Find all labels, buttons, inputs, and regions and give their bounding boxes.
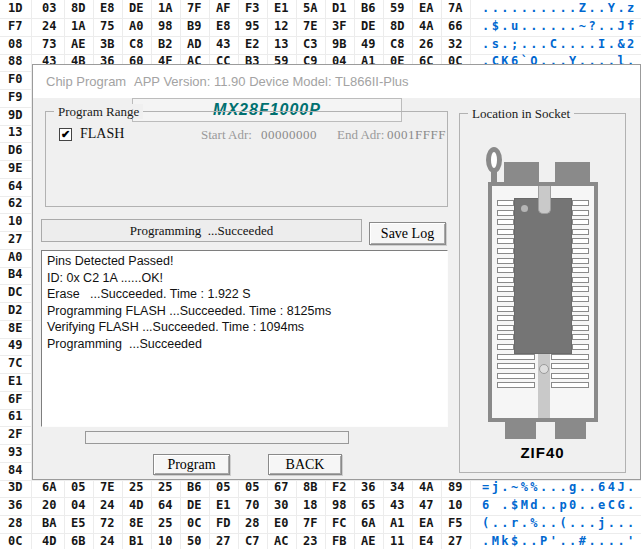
hex-byte[interactable]: 6A (361, 516, 375, 530)
hex-byte[interactable]: 49 (361, 37, 375, 51)
hex-byte[interactable]: 10 (8, 214, 22, 228)
hex-row[interactable]: F7241A75A098B9E895127E3FDE8D4A66.$.u....… (0, 18, 641, 37)
hex-byte[interactable]: 4D (129, 498, 143, 512)
hex-byte[interactable]: AE (361, 534, 375, 548)
hex-byte[interactable]: 27 (448, 534, 462, 548)
hex-byte[interactable]: 27 (8, 232, 22, 246)
hex-byte[interactable]: 3F (332, 19, 346, 33)
hex-byte[interactable]: E8 (216, 19, 230, 33)
log-output[interactable]: Pins Detected Passed!ID: 0x C2 1A ......… (41, 250, 448, 427)
hex-byte[interactable]: 26 (419, 37, 433, 51)
hex-byte[interactable]: 3D (8, 480, 22, 494)
hex-byte[interactable]: 75 (100, 19, 114, 33)
hex-byte[interactable]: 32 (448, 37, 462, 51)
hex-byte[interactable]: 24 (100, 498, 114, 512)
hex-byte[interactable]: DE (129, 1, 143, 15)
hex-row[interactable]: 362004244D64DEE170301898654347106 .$Md..… (0, 497, 641, 516)
hex-byte[interactable]: 03 (42, 1, 56, 15)
hex-byte[interactable]: FC (332, 516, 346, 530)
hex-byte[interactable]: EA (419, 1, 433, 15)
hex-byte[interactable]: 6F (8, 392, 22, 406)
hex-byte[interactable]: AF (216, 1, 230, 15)
hex-byte[interactable]: D1 (332, 1, 346, 15)
hex-byte[interactable]: 3B (100, 37, 114, 51)
hex-byte[interactable]: 66 (448, 19, 462, 33)
hex-byte[interactable]: 73 (42, 37, 56, 51)
hex-byte[interactable]: 64 (8, 179, 22, 193)
hex-byte[interactable]: EA (419, 516, 433, 530)
hex-byte[interactable]: DE (361, 19, 375, 33)
hex-byte[interactable]: B4 (8, 267, 22, 281)
hex-byte[interactable]: 36 (8, 498, 22, 512)
hex-byte[interactable]: 98 (332, 498, 346, 512)
hex-byte[interactable]: E4 (419, 534, 433, 548)
hex-row[interactable]: 0873AE3BC8B2AD43E213C39B49C82632.s.;...C… (0, 36, 641, 55)
hex-byte[interactable]: E8 (100, 1, 114, 15)
hex-byte[interactable]: F2 (332, 480, 346, 494)
hex-byte[interactable]: 65 (361, 498, 375, 512)
hex-byte[interactable]: B1 (129, 534, 143, 548)
hex-byte[interactable]: A0 (129, 19, 143, 33)
hex-byte[interactable]: 25 (158, 516, 172, 530)
hex-byte[interactable]: 4A (419, 480, 433, 494)
hex-byte[interactable]: FD (216, 516, 230, 530)
hex-byte[interactable]: C8 (390, 37, 404, 51)
hex-byte[interactable]: 50 (187, 534, 201, 548)
hex-byte[interactable]: F7 (8, 19, 22, 33)
hex-byte[interactable]: 9E (8, 161, 22, 175)
hex-byte[interactable]: 18 (303, 498, 317, 512)
hex-byte[interactable]: 62 (8, 196, 22, 210)
hex-byte[interactable]: 8E (129, 516, 143, 530)
hex-byte[interactable]: D6 (8, 143, 22, 157)
hex-byte[interactable]: 84 (8, 463, 22, 477)
hex-byte[interactable]: DC (8, 285, 22, 299)
hex-byte[interactable]: 24 (100, 534, 114, 548)
hex-byte[interactable]: 88 (8, 54, 22, 68)
hex-byte[interactable]: 25 (129, 480, 143, 494)
hex-byte[interactable]: 0C (8, 534, 22, 548)
hex-byte[interactable]: E1 (216, 498, 230, 512)
hex-byte[interactable]: 1A (71, 19, 85, 33)
hex-byte[interactable]: 04 (71, 498, 85, 512)
hex-byte[interactable]: F9 (8, 90, 22, 104)
hex-byte[interactable]: 47 (419, 498, 433, 512)
hex-byte[interactable]: C7 (245, 534, 259, 548)
hex-byte[interactable]: DE (187, 498, 201, 512)
hex-byte[interactable]: 05 (216, 480, 230, 494)
program-button[interactable]: Program (153, 454, 230, 475)
hex-byte[interactable]: 7C (8, 356, 22, 370)
hex-byte[interactable]: 98 (158, 19, 172, 33)
hex-byte[interactable]: C3 (303, 37, 317, 51)
hex-row[interactable]: 1D038DE8DE1A7FAFF3E15AD1B659EA7A........… (0, 0, 641, 19)
hex-byte[interactable]: 1A (158, 1, 172, 15)
hex-byte[interactable]: 1D (8, 1, 22, 15)
hex-byte[interactable]: 27 (216, 534, 230, 548)
hex-row[interactable]: 0C4D6B24B1105027C7AC23FBAE11E427.Mk$..P'… (0, 533, 641, 549)
hex-byte[interactable]: E1 (274, 1, 288, 15)
hex-byte[interactable]: C8 (129, 37, 143, 51)
hex-byte[interactable]: 8B (303, 480, 317, 494)
hex-byte[interactable]: B6 (361, 1, 375, 15)
hex-byte[interactable]: 8D (71, 1, 85, 15)
hex-byte[interactable]: 7F (303, 516, 317, 530)
hex-byte[interactable]: AE (71, 37, 85, 51)
hex-byte[interactable]: 64 (158, 498, 172, 512)
hex-byte[interactable]: 43 (390, 498, 404, 512)
hex-byte[interactable]: 59 (390, 1, 404, 15)
hex-byte[interactable]: 43 (216, 37, 230, 51)
hex-byte[interactable]: 0C (187, 516, 201, 530)
hex-byte[interactable]: AD (187, 37, 201, 51)
hex-byte[interactable]: 6A (42, 480, 56, 494)
hex-byte[interactable]: 67 (274, 480, 288, 494)
flash-checkbox[interactable]: ✔ (59, 128, 72, 141)
hex-byte[interactable]: E5 (71, 516, 85, 530)
hex-byte[interactable]: B9 (187, 19, 201, 33)
hex-byte[interactable]: 6B (71, 534, 85, 548)
hex-byte[interactable]: A0 (8, 250, 22, 264)
hex-row[interactable]: 3D6A057E2525B60505678BF236344A89=j.~%%..… (0, 479, 641, 498)
hex-byte[interactable]: 20 (42, 498, 56, 512)
save-log-button[interactable]: Save Log (369, 222, 446, 245)
hex-row[interactable]: 28BAE5728E250CFD28E07FFC6AA1EAF5(..r.%..… (0, 515, 641, 534)
hex-byte[interactable]: 70 (245, 498, 259, 512)
hex-byte[interactable]: AC (274, 534, 288, 548)
